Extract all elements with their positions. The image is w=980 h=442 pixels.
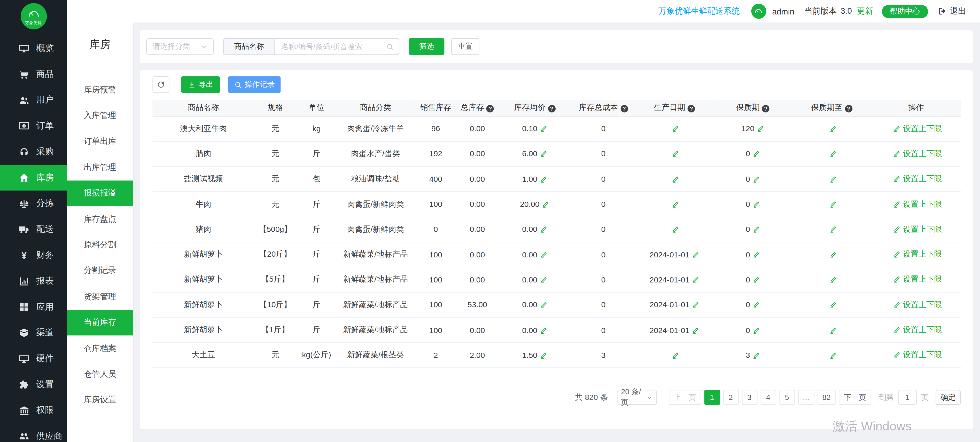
submenu-item[interactable]: 库房预警 [67, 77, 133, 103]
submenu-item[interactable]: 货架管理 [67, 284, 133, 310]
system-title-link[interactable]: 万象优鲜生鲜配送系统 [659, 6, 740, 17]
edit-icon[interactable] [540, 125, 547, 132]
edit-icon[interactable] [752, 351, 760, 359]
edit-icon[interactable] [692, 251, 700, 258]
edit-icon[interactable] [829, 301, 837, 309]
submenu-item[interactable]: 报损报溢 [67, 180, 133, 206]
sidebar-item-monitor[interactable]: 概览 [0, 36, 67, 62]
set-limits-link[interactable]: 设置上下限 [903, 225, 942, 234]
help-center-button[interactable]: 帮助中心 [882, 5, 928, 18]
submenu-item[interactable]: 原料分割 [67, 232, 133, 258]
submenu-item[interactable]: 当前库存 [67, 310, 133, 335]
sidebar-item-bank[interactable]: 权限 [0, 397, 67, 423]
edit-icon[interactable] [672, 200, 679, 208]
edit-icon[interactable] [540, 276, 547, 283]
sidebar-item-cube[interactable]: 渠道 [0, 320, 67, 346]
edit-icon[interactable] [829, 276, 837, 283]
edit-icon[interactable] [893, 301, 900, 308]
submenu-item[interactable]: 出库管理 [67, 154, 133, 180]
confirm-page-button[interactable]: 确定 [935, 390, 961, 405]
set-limits-link[interactable]: 设置上下限 [903, 300, 942, 309]
next-page-button[interactable]: 下一页 [839, 390, 871, 405]
set-limits-link[interactable]: 设置上下限 [903, 200, 942, 208]
set-limits-link[interactable]: 设置上下限 [903, 351, 942, 359]
refresh-button[interactable] [153, 76, 169, 93]
edit-icon[interactable] [540, 251, 547, 258]
submenu-item[interactable]: 入库管理 [67, 103, 133, 129]
edit-icon[interactable] [672, 351, 679, 359]
edit-icon[interactable] [540, 301, 547, 309]
category-select[interactable]: 请选择分类 [146, 38, 214, 55]
edit-icon[interactable] [672, 175, 679, 183]
submenu-item[interactable]: 库存盘点 [67, 206, 133, 232]
edit-icon[interactable] [540, 175, 547, 183]
sidebar-item-display[interactable]: 硬件 [0, 346, 67, 372]
edit-icon[interactable] [540, 351, 547, 359]
page-size-select[interactable]: 20 条/页 [617, 390, 657, 405]
edit-icon[interactable] [829, 326, 837, 334]
edit-icon[interactable] [672, 226, 679, 233]
page-button-4[interactable]: 4 [760, 390, 776, 405]
export-button[interactable]: 导出 [181, 76, 220, 93]
page-button-2[interactable]: 2 [723, 390, 738, 405]
edit-icon[interactable] [893, 351, 900, 359]
edit-icon[interactable] [893, 226, 900, 233]
edit-icon[interactable] [672, 125, 679, 132]
operation-log-button[interactable]: 操作记录 [228, 76, 280, 93]
edit-icon[interactable] [893, 276, 900, 283]
edit-icon[interactable] [540, 326, 547, 334]
help-icon[interactable]: ? [687, 105, 695, 113]
page-button-1[interactable]: 1 [704, 390, 720, 405]
edit-icon[interactable] [752, 175, 760, 183]
edit-icon[interactable] [540, 150, 547, 158]
edit-icon[interactable] [692, 326, 700, 334]
edit-icon[interactable] [752, 200, 760, 208]
help-icon[interactable]: ? [487, 105, 494, 113]
search-input[interactable] [280, 41, 386, 52]
set-limits-link[interactable]: 设置上下限 [903, 175, 942, 183]
edit-icon[interactable] [757, 125, 764, 132]
edit-icon[interactable] [893, 326, 900, 334]
sidebar-item-yen[interactable]: ¥财务 [0, 242, 67, 268]
page-button-5[interactable]: 5 [779, 390, 795, 405]
edit-icon[interactable] [692, 276, 700, 283]
edit-icon[interactable] [752, 276, 760, 283]
sidebar-item-users[interactable]: 用户 [0, 87, 67, 113]
edit-icon[interactable] [672, 150, 679, 158]
help-icon[interactable]: ? [845, 105, 853, 113]
goto-page-input[interactable] [898, 390, 917, 405]
help-icon[interactable]: ? [762, 105, 770, 113]
help-icon[interactable]: ? [548, 105, 555, 113]
reset-button[interactable]: 重置 [451, 38, 479, 55]
sidebar-item-grid[interactable]: 应用 [0, 294, 67, 320]
edit-icon[interactable] [752, 326, 760, 334]
username-label[interactable]: admin [772, 6, 794, 16]
set-limits-link[interactable]: 设置上下限 [903, 124, 942, 133]
update-link[interactable]: 更新 [857, 6, 873, 17]
sidebar-item-group[interactable]: 供应商 [0, 423, 67, 442]
set-limits-link[interactable]: 设置上下限 [903, 275, 942, 284]
sidebar-item-chart[interactable]: 报表 [0, 268, 67, 294]
edit-icon[interactable] [829, 150, 837, 158]
submenu-item[interactable]: 仓管人员 [67, 361, 133, 387]
edit-icon[interactable] [692, 301, 700, 309]
sidebar-item-bill[interactable]: 订单 [0, 113, 67, 139]
edit-icon[interactable] [752, 226, 760, 233]
sidebar-item-headset[interactable]: 采购 [0, 139, 67, 165]
sidebar-item-cart[interactable]: 商品 [0, 62, 67, 87]
set-limits-link[interactable]: 设置上下限 [903, 250, 942, 259]
sidebar-item-puzzle[interactable]: 设置 [0, 372, 67, 397]
page-button-3[interactable]: 3 [741, 390, 757, 405]
help-icon[interactable]: ? [620, 105, 628, 113]
filter-button[interactable]: 筛选 [409, 38, 444, 55]
page-ellipsis[interactable]: ... [798, 390, 814, 405]
edit-icon[interactable] [893, 251, 900, 258]
submenu-item[interactable]: 订单出库 [67, 129, 133, 154]
submenu-item[interactable]: 仓库档案 [67, 335, 133, 361]
edit-icon[interactable] [540, 226, 547, 233]
edit-icon[interactable] [829, 125, 837, 132]
sidebar-item-scale[interactable]: 分拣 [0, 191, 67, 216]
page-button-82[interactable]: 82 [817, 390, 835, 405]
set-limits-link[interactable]: 设置上下限 [903, 149, 942, 158]
sidebar-item-truck[interactable]: 配送 [0, 216, 67, 242]
